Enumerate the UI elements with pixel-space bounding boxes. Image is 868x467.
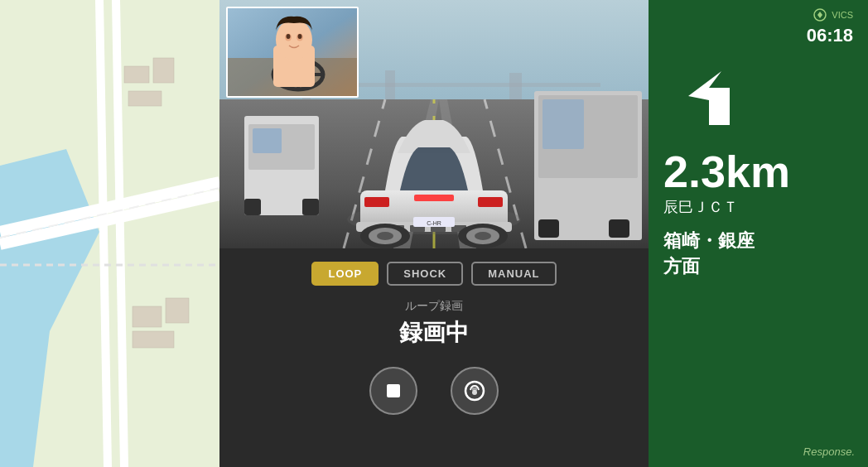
svg-rect-39 — [414, 195, 454, 201]
shock-mode-button[interactable]: SHOCK — [387, 262, 463, 286]
svg-rect-10 — [133, 306, 162, 327]
nav-time: 06:18 — [663, 25, 853, 46]
svg-point-63 — [298, 34, 302, 39]
svg-point-67 — [472, 390, 477, 395]
nav-footer: Response. — [803, 444, 855, 459]
svg-rect-64 — [387, 384, 400, 397]
mode-buttons: LOOP SHOCK MANUAL — [311, 262, 556, 286]
svg-rect-12 — [133, 331, 174, 348]
dashcam-panel: C-HR — [219, 0, 649, 467]
nav-distance: 2.3km — [663, 149, 853, 194]
svg-rect-32 — [542, 99, 584, 149]
svg-rect-38 — [478, 197, 503, 207]
vics-text: VICS — [832, 10, 853, 20]
svg-text:C-HR: C-HR — [427, 220, 441, 226]
svg-rect-37 — [364, 197, 389, 207]
nav-panel: VICS 06:18 2.3km 辰巳ＪＣＴ 箱崎・銀座 方面 Response… — [649, 0, 868, 467]
action-buttons — [369, 367, 499, 415]
loop-mode-button[interactable]: LOOP — [311, 262, 379, 286]
recording-status: 録画中 — [399, 317, 469, 349]
svg-rect-29 — [302, 199, 319, 215]
manual-mode-button[interactable]: MANUAL — [471, 262, 556, 286]
controls-area: LOOP SHOCK MANUAL ループ録画 録画中 — [219, 248, 649, 467]
recording-mode-label: ループ録画 — [405, 299, 463, 314]
svg-point-50 — [475, 232, 491, 240]
sub-camera — [226, 7, 359, 98]
response-logo: Response. — [803, 445, 855, 458]
svg-rect-33 — [538, 219, 559, 238]
nav-junction: 辰巳ＪＣＴ — [663, 197, 853, 217]
svg-rect-11 — [166, 298, 189, 323]
camera-view: C-HR — [219, 0, 649, 248]
map-panel — [0, 0, 219, 467]
svg-rect-27 — [253, 128, 282, 153]
stop-button[interactable] — [369, 367, 417, 415]
nav-header: VICS — [663, 8, 853, 22]
capture-button[interactable] — [451, 367, 499, 415]
vics-icon — [813, 8, 827, 22]
svg-rect-9 — [128, 91, 162, 106]
svg-point-62 — [287, 34, 291, 39]
svg-rect-7 — [124, 66, 149, 83]
svg-point-47 — [377, 232, 393, 240]
nav-direction: 箱崎・銀座 方面 — [663, 229, 853, 280]
svg-point-59 — [276, 19, 312, 60]
svg-rect-34 — [609, 219, 629, 238]
svg-rect-8 — [153, 58, 174, 83]
svg-rect-28 — [244, 199, 261, 215]
nav-arrow — [663, 55, 853, 141]
